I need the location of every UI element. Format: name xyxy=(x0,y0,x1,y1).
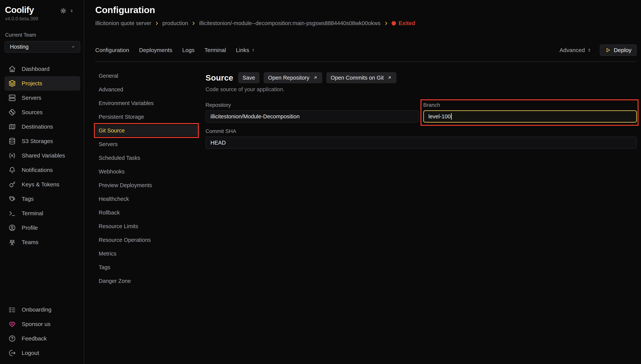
sidebar-item-destinations[interactable]: Destinations xyxy=(5,120,80,134)
breadcrumb-item[interactable]: production xyxy=(162,20,188,26)
sidebar-item-projects[interactable]: Projects xyxy=(5,76,80,90)
subnav-item-webhooks[interactable]: Webhooks xyxy=(95,166,198,177)
logout-icon xyxy=(8,349,16,357)
subnav-item-metrics[interactable]: Metrics xyxy=(95,248,198,259)
key-icon xyxy=(8,181,16,188)
app-version: v4.0.0-beta.399 xyxy=(5,16,80,22)
open-commits-button[interactable]: Open Commits on Git xyxy=(326,72,397,83)
sidebar-item-label: Tags xyxy=(22,196,34,202)
team-select[interactable]: Hosting xyxy=(5,41,80,52)
advanced-dropdown[interactable]: Advanced xyxy=(559,47,591,54)
sidebar-item-onboarding[interactable]: Onboarding xyxy=(5,302,80,317)
sidebar-item-sponsor-us[interactable]: Sponsor us xyxy=(5,317,80,331)
chevron-right-icon xyxy=(191,21,196,26)
tabs-row: ConfigurationDeploymentsLogsTerminalLink… xyxy=(95,44,637,56)
database-icon xyxy=(8,137,16,145)
sidebar-item-sources[interactable]: Sources xyxy=(5,105,80,120)
subnav-item-scheduled-tasks[interactable]: Scheduled Tasks xyxy=(95,152,198,164)
sidebar-item-notifications[interactable]: Notifications xyxy=(5,163,80,177)
sidebar-item-label: Dashboard xyxy=(22,66,50,72)
source-description: Code source of your application. xyxy=(206,86,637,92)
subnav-item-healthcheck[interactable]: Healthcheck xyxy=(95,194,198,204)
source-form: Repository illicitestonion/Module-Decomp… xyxy=(206,102,637,149)
home-icon xyxy=(8,65,16,73)
chevrons-up-down-icon xyxy=(251,48,255,52)
source-header: Source Save Open Repository Open Commits… xyxy=(206,72,637,83)
subnav-item-rollback[interactable]: Rollback xyxy=(95,207,198,218)
repository-label: Repository xyxy=(206,102,419,108)
open-repository-button[interactable]: Open Repository xyxy=(264,72,322,83)
heart-icon xyxy=(8,320,16,328)
subnav-item-danger-zone[interactable]: Danger Zone xyxy=(95,276,198,286)
sidebar-item-label: Destinations xyxy=(22,124,53,130)
subnav-item-preview-deployments[interactable]: Preview Deployments xyxy=(95,180,198,191)
tabs: ConfigurationDeploymentsLogsTerminalLink… xyxy=(95,47,255,54)
subnav-item-resource-limits[interactable]: Resource Limits xyxy=(95,221,198,232)
layers-icon xyxy=(8,80,16,87)
save-button[interactable]: Save xyxy=(238,72,260,83)
list-checks-icon xyxy=(8,306,16,314)
sidebar-item-label: Profile xyxy=(22,224,38,231)
repository-field: Repository illicitestonion/Module-Decomp… xyxy=(206,102,419,122)
tab-logs[interactable]: Logs xyxy=(182,47,195,54)
main-area: Configuration illicitonion quote serverp… xyxy=(84,0,641,364)
tab-deployments[interactable]: Deployments xyxy=(139,47,172,54)
bell-icon xyxy=(8,166,16,174)
subnav-item-general[interactable]: General xyxy=(95,70,198,81)
arrow-up-right-icon xyxy=(313,75,318,80)
subnav-item-git-source[interactable]: Git Source xyxy=(95,125,198,136)
subnav-item-persistent-storage[interactable]: Persistent Storage xyxy=(95,111,198,122)
subnav-item-environment-variables[interactable]: Environment Variables xyxy=(95,98,198,109)
sun-icon[interactable] xyxy=(60,8,67,14)
commit-sha-input[interactable]: HEAD xyxy=(206,136,637,149)
subnav-item-advanced[interactable]: Advanced xyxy=(95,84,198,95)
theme-selector-chevrons-icon[interactable] xyxy=(70,9,74,13)
subnav-item-servers[interactable]: Servers xyxy=(95,139,198,150)
chevron-right-icon xyxy=(384,21,389,26)
status-badge: Exited xyxy=(392,20,415,26)
sidebar-item-keys-tokens[interactable]: Keys & Tokens xyxy=(5,177,80,192)
breadcrumb-item[interactable]: illicitonion quote server xyxy=(95,20,151,26)
tab-terminal[interactable]: Terminal xyxy=(205,47,226,54)
repository-input[interactable]: illicitestonion/Module-Decomposition xyxy=(206,110,419,122)
chevron-right-icon xyxy=(154,21,159,26)
sidebar-item-terminal[interactable]: Terminal xyxy=(5,206,80,220)
git-diamond-icon xyxy=(8,108,16,116)
content: GeneralAdvancedEnvironment VariablesPers… xyxy=(95,70,637,286)
sidebar-item-servers[interactable]: Servers xyxy=(5,90,80,105)
tab-configuration[interactable]: Configuration xyxy=(95,47,129,54)
sidebar-item-label: Sources xyxy=(22,109,43,116)
sidebar-item-label: Feedback xyxy=(22,335,47,342)
subnav-item-tags[interactable]: Tags xyxy=(95,262,198,273)
commit-sha-field: Commit SHA HEAD xyxy=(206,128,637,149)
sidebar-item-label: Terminal xyxy=(22,210,43,216)
branch-input[interactable]: level-100 xyxy=(423,110,637,122)
sidebar-nav: DashboardProjectsServersSourcesDestinati… xyxy=(5,62,80,250)
tab-links[interactable]: Links xyxy=(236,47,255,54)
source-title: Source xyxy=(206,73,233,82)
terminal-icon xyxy=(8,210,16,217)
help-circle-icon xyxy=(8,335,16,342)
sidebar-item-feedback[interactable]: Feedback xyxy=(5,331,80,346)
sidebar-item-label: S3 Storages xyxy=(22,138,53,144)
advanced-label: Advanced xyxy=(559,47,585,54)
chevrons-up-down-icon xyxy=(587,48,592,52)
app-logo: Coolify xyxy=(5,5,34,15)
sidebar-item-tags[interactable]: Tags xyxy=(5,192,80,206)
sidebar-item-profile[interactable]: Profile xyxy=(5,220,80,235)
text-caret xyxy=(451,113,452,120)
sidebar-item-label: Keys & Tokens xyxy=(22,181,59,188)
open-commits-label: Open Commits on Git xyxy=(331,75,384,81)
deploy-button[interactable]: Deploy xyxy=(600,44,637,56)
header-divider xyxy=(95,61,637,62)
sidebar-item-shared-variables[interactable]: Shared Variables xyxy=(5,148,80,163)
open-repository-label: Open Repository xyxy=(268,75,309,81)
breadcrumb-item[interactable]: illicitestonion/-module--decomposition:m… xyxy=(199,20,380,26)
sidebar-item-dashboard[interactable]: Dashboard xyxy=(5,62,80,76)
subnav-item-resource-operations[interactable]: Resource Operations xyxy=(95,234,198,246)
sidebar-item-s3-storages[interactable]: S3 Storages xyxy=(5,134,80,148)
sidebar-item-label: Logout xyxy=(22,350,39,356)
sidebar-item-label: Servers xyxy=(22,94,41,101)
sidebar-item-teams[interactable]: Teams xyxy=(5,235,80,250)
sidebar-item-logout[interactable]: Logout xyxy=(5,346,80,360)
